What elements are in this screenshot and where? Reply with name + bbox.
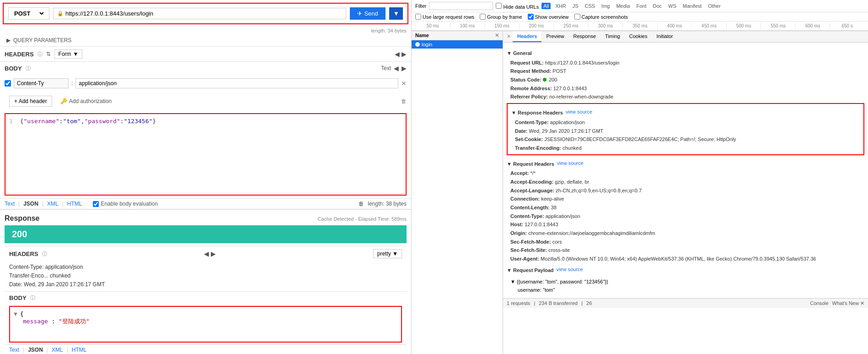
add-header-button[interactable]: + Add header [9, 96, 52, 107]
col-close-icon[interactable]: ✕ [495, 33, 499, 38]
filter-all-btn[interactable]: All [541, 3, 551, 9]
body-nav-right-icon[interactable]: ▶ [402, 65, 407, 72]
nav-left-icon[interactable]: ◀ [395, 50, 400, 58]
tab-close-icon[interactable]: ✕ [505, 31, 513, 42]
method-dropdown[interactable]: POST GET PUT DELETE [12, 10, 45, 17]
resp-nav-left[interactable]: ◀ [204, 250, 209, 257]
show-overview-label[interactable]: Show overview [528, 14, 569, 20]
fold-icon[interactable]: ▼ [14, 310, 17, 317]
method-selector[interactable]: POST GET PUT DELETE [8, 7, 49, 20]
view-source-link[interactable]: view source [566, 108, 592, 116]
resp-message-key: message [23, 318, 48, 325]
delete-all-icon[interactable]: 🗑 [401, 98, 407, 104]
req-content-type-row: Content-Type: application/json [510, 212, 864, 221]
enable-body-checkbox[interactable] [93, 201, 99, 207]
hide-data-urls-label[interactable]: Hide data URLs [496, 3, 539, 10]
delete-body-icon[interactable]: 🗑 [359, 201, 364, 207]
url-input[interactable] [65, 10, 342, 17]
resp-json-format[interactable]: JSON [28, 347, 43, 353]
resp-body-message-row: message : "登陆成功" [23, 317, 397, 326]
filter-input[interactable] [429, 2, 493, 10]
resp-brace-open: { [20, 310, 24, 317]
options-row: Use large request rows Group by frame Sh… [412, 12, 868, 22]
resp-xml-format[interactable]: XML [52, 347, 63, 353]
req-origin-row: Origin: chrome-extension://aejoelaoggemb… [510, 229, 864, 238]
header-checkbox[interactable] [5, 80, 11, 87]
header-key-input[interactable] [14, 78, 69, 88]
filter-js-btn[interactable]: JS [571, 3, 580, 9]
xml-format-link[interactable]: XML [47, 201, 59, 207]
form-dropdown[interactable]: Form ▼ [54, 49, 83, 59]
filter-manifest-btn[interactable]: Manifest [681, 3, 704, 9]
tab-timing[interactable]: Timing [600, 31, 625, 42]
filter-other-btn[interactable]: Other [706, 3, 723, 9]
resp-nav-right[interactable]: ▶ [211, 250, 216, 257]
query-params-row[interactable]: ▶ QUERY PARAMETERS [0, 34, 411, 46]
resp-text-format[interactable]: Text [9, 347, 19, 353]
sort-icon[interactable]: ⇅ [46, 51, 51, 57]
add-auth-button[interactable]: 🔑 Add authorization [60, 98, 112, 104]
header-delete-icon[interactable]: ✕ [401, 80, 407, 87]
filter-font-btn[interactable]: Font [634, 3, 648, 9]
hide-data-urls-checkbox[interactable] [496, 3, 502, 9]
send-button[interactable]: ✈ login Send [350, 7, 385, 20]
body-nav-left-icon[interactable]: ◀ [394, 65, 399, 72]
body-length-info: length: 38 bytes [368, 201, 407, 207]
request-method-label: Request Method: [510, 68, 551, 74]
status-code-label: Status Code: [510, 77, 541, 82]
tab-initiator[interactable]: Initiator [652, 31, 677, 42]
use-large-rows-checkbox[interactable] [415, 14, 421, 20]
req-payload-username: username: "tom" [518, 286, 864, 294]
json-format-link[interactable]: JSON [23, 201, 38, 207]
req-payload-view-source[interactable]: view source [557, 265, 583, 274]
resp-body-label: BODY [9, 294, 27, 301]
console-tab-btn[interactable]: Console [810, 300, 828, 306]
show-overview-checkbox[interactable] [528, 14, 534, 20]
req-user-agent-value: Mozilla/5.0 (Windows NT 10.0; Win64; x64… [541, 256, 816, 261]
query-params-toggle[interactable]: ▶ [6, 37, 11, 44]
group-by-frame-label[interactable]: Group by frame [480, 14, 522, 20]
tab-preview[interactable]: Preview [541, 31, 568, 42]
html-format-link[interactable]: HTML [67, 201, 82, 207]
use-large-rows-label[interactable]: Use large request rows [415, 14, 474, 20]
filter-css-btn[interactable]: CSS [583, 3, 597, 9]
headers-info-icon[interactable]: ⓘ [38, 51, 43, 58]
nav-right-icon[interactable]: ▶ [402, 50, 407, 58]
req-sec-fetch-mode-value: cors [552, 239, 562, 245]
send-dropdown-button[interactable]: ▼ [389, 7, 403, 20]
filter-ws-btn[interactable]: WS [666, 3, 678, 9]
resp-html-format[interactable]: HTML [72, 347, 87, 353]
resp-headers-label: HEADERS [9, 251, 38, 257]
body-info-icon[interactable]: ⓘ [26, 65, 31, 72]
body-editor[interactable]: 1 {"username":"tom","password":"123456"} [5, 113, 407, 196]
capture-screenshots-checkbox[interactable] [574, 14, 580, 20]
header-value-input[interactable] [75, 78, 398, 88]
tab-cookies[interactable]: Cookies [625, 31, 652, 42]
filter-img-btn[interactable]: Img [600, 3, 611, 9]
response-body-editor[interactable]: ▼ { message : "登陆成功" [9, 306, 402, 343]
tab-response[interactable]: Response [569, 31, 601, 42]
resp-headers-info-icon[interactable]: ⓘ [42, 251, 47, 257]
cache-info: Cache Detected - Elapsed Time: 589ms [318, 216, 407, 222]
whats-new-button[interactable]: What's New ✕ [832, 300, 864, 306]
remote-address-label: Remote Address: [510, 86, 552, 91]
filter-xhr-btn[interactable]: XHR [553, 3, 568, 9]
status-code-value: 200 [549, 77, 557, 82]
network-columns: Name ✕ [412, 31, 503, 40]
header-rows: : ✕ [0, 75, 411, 92]
bottom-transferred: 234 B transferred [539, 300, 578, 306]
pretty-dropdown[interactable]: pretty ▼ [373, 249, 402, 258]
key-icon: 🔑 [60, 98, 67, 104]
network-row-login[interactable]: login [412, 40, 503, 49]
group-by-frame-checkbox[interactable] [480, 14, 486, 20]
text-format-link[interactable]: Text [5, 201, 15, 207]
tab-headers[interactable]: Headers [513, 31, 541, 42]
resp-body-info-icon[interactable]: ⓘ [30, 294, 35, 301]
req-content-type-label: Content-Type: [510, 213, 544, 219]
header-colon: : [71, 80, 73, 87]
filter-media-btn[interactable]: Media [614, 3, 632, 9]
network-panel: Name ✕ login ✕ Headers Preview [412, 31, 868, 354]
capture-screenshots-label[interactable]: Capture screenshots [574, 14, 628, 20]
req-view-source-link[interactable]: view source [557, 159, 584, 168]
filter-doc-btn[interactable]: Doc [651, 3, 664, 9]
